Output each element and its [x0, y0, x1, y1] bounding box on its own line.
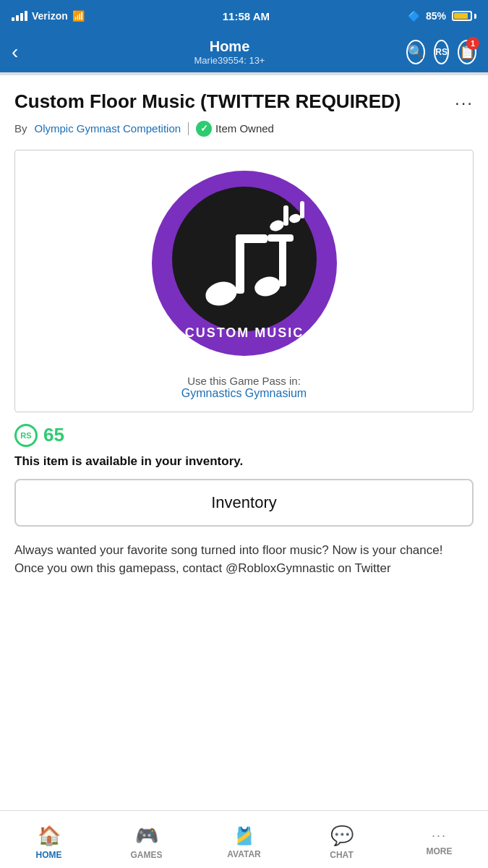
more-tab-label: MORE — [427, 846, 453, 856]
nav-back-button[interactable]: ‹ — [12, 42, 48, 62]
item-title: Custom Floor Music (TWITTER REQUIRED) — [14, 90, 448, 114]
svg-rect-8 — [267, 234, 294, 242]
owned-label: Item Owned — [215, 122, 274, 135]
tab-chat[interactable]: 💬 CHAT — [293, 811, 390, 868]
owned-check-icon: ✓ — [196, 121, 212, 137]
tab-bar: 🏠 HOME 🎮 GAMES 🎽 AVATAR 💬 CHAT ··· MORE — [0, 810, 488, 868]
more-options-button[interactable]: ··· — [455, 93, 474, 113]
more-icon: ··· — [432, 828, 447, 843]
robux-price-icon: RS — [14, 424, 38, 447]
game-name-link[interactable]: Gymnastics Gymnasium — [181, 387, 307, 399]
tab-games[interactable]: 🎮 GAMES — [98, 811, 195, 868]
chat-icon: 💬 — [330, 825, 354, 847]
games-tab-label: GAMES — [130, 850, 162, 860]
search-icon: 🔍 — [408, 44, 424, 60]
meta-divider — [188, 122, 189, 135]
home-tab-label: HOME — [36, 850, 62, 860]
svg-rect-4 — [236, 234, 244, 294]
games-icon: 🎮 — [135, 825, 158, 847]
inventory-button[interactable]: Inventory — [14, 479, 474, 527]
item-description: Always wanted your favorite song turned … — [14, 541, 474, 592]
item-image-container: CUSTOM MUSIC Use this Game Pass in: Gymn… — [14, 150, 474, 412]
robux-button[interactable]: RS — [434, 40, 449, 64]
tab-home[interactable]: 🏠 HOME — [0, 811, 98, 868]
game-pass-svg: CUSTOM MUSIC — [143, 162, 346, 365]
svg-rect-7 — [279, 234, 286, 286]
back-chevron-icon[interactable]: ‹ — [12, 41, 18, 63]
item-header: Custom Floor Music (TWITTER REQUIRED) ··… — [14, 90, 474, 114]
battery-icon — [452, 11, 476, 21]
status-right: 🔷 85% — [408, 10, 476, 22]
tab-more[interactable]: ··· MORE — [390, 811, 488, 868]
avatar-tab-label: AVATAR — [227, 849, 260, 859]
main-content: Custom Floor Music (TWITTER REQUIRED) ··… — [0, 75, 488, 592]
creator-link[interactable]: Olympic Gymnast Competition — [35, 122, 181, 135]
status-bar: Verizon 📶 11:58 AM 🔷 85% — [0, 0, 488, 32]
price-amount: 65 — [43, 424, 64, 446]
battery-percent: 85% — [426, 10, 446, 22]
item-image: CUSTOM MUSIC — [143, 162, 346, 365]
tab-avatar[interactable]: 🎽 AVATAR — [195, 811, 293, 868]
carrier-label: Verizon — [32, 10, 68, 22]
nav-title-text: Home — [48, 38, 411, 55]
svg-rect-10 — [283, 205, 288, 226]
nav-right-icons: 🔍 RS 📋 1 — [411, 40, 476, 64]
wifi-icon: 📶 — [72, 10, 85, 22]
home-icon: 🏠 — [38, 825, 61, 847]
svg-text:CUSTOM MUSIC: CUSTOM MUSIC — [184, 326, 304, 340]
search-button[interactable]: 🔍 — [406, 40, 425, 64]
avatar-icon: 🎽 — [234, 826, 255, 846]
bluetooth-icon: 🔷 — [408, 10, 420, 22]
notifications-button[interactable]: 📋 1 — [458, 40, 476, 64]
status-time: 11:58 AM — [223, 10, 270, 22]
available-text: This item is available in your inventory… — [14, 454, 474, 469]
status-left: Verizon 📶 — [12, 10, 85, 22]
notifications-badge: 1 — [466, 37, 479, 50]
nav-bar: ‹ Home Marie39554: 13+ 🔍 RS 📋 1 — [0, 32, 488, 72]
robux-icon: RS — [435, 47, 448, 57]
nav-subtitle: Marie39554: 13+ — [48, 55, 411, 66]
price-row: RS 65 — [14, 424, 474, 447]
nav-title-block: Home Marie39554: 13+ — [48, 38, 411, 66]
owned-badge: ✓ Item Owned — [196, 121, 274, 137]
creator-prefix: By — [14, 122, 27, 135]
chat-tab-label: CHAT — [330, 850, 353, 860]
signal-bars — [12, 11, 27, 21]
svg-rect-12 — [300, 201, 304, 218]
svg-rect-5 — [236, 234, 267, 243]
game-pass-use-label: Use this Game Pass in: Gymnastics Gymnas… — [181, 375, 307, 400]
item-meta: By Olympic Gymnast Competition ✓ Item Ow… — [14, 121, 474, 137]
